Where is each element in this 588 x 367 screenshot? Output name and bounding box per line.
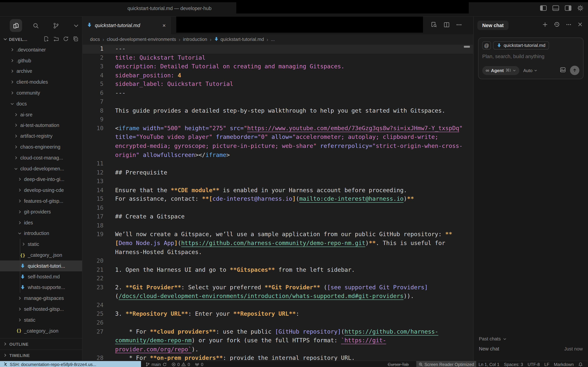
eol-indicator[interactable]: LF: [542, 361, 552, 367]
line-number: 2: [83, 53, 104, 62]
refresh-icon[interactable]: [63, 36, 69, 43]
code-line: 19We’ll now create a Gitspace, we’ll use…: [83, 230, 473, 257]
chat-input-placeholder[interactable]: Plan, search, build anything: [482, 54, 580, 59]
tree-item[interactable]: ai-test-automation: [0, 120, 82, 131]
tree-item[interactable]: artifact-registry: [0, 131, 82, 142]
collapse-all-icon[interactable]: [73, 36, 78, 43]
screen-reader-indicator[interactable]: Screen Reader Optimized: [416, 361, 476, 367]
outline-section[interactable]: OUTLINE: [0, 338, 82, 350]
status-bar: SSH: documentation-repo-e5ifp9-8rzze4.us…: [0, 361, 588, 367]
close-panel-icon[interactable]: [577, 22, 583, 29]
add-context-button[interactable]: @: [482, 41, 491, 50]
new-chat-plus-icon[interactable]: [542, 22, 548, 29]
tree-item-label: docs: [16, 101, 27, 107]
problems-indicator[interactable]: 0 0: [169, 361, 192, 367]
chat-title[interactable]: New chat: [477, 20, 508, 30]
code-line-text: description: Detailed Tutorial on creati…: [115, 62, 464, 71]
error-icon: [171, 362, 176, 367]
tree-item[interactable]: whats-supporte...: [0, 282, 82, 293]
split-editor-icon[interactable]: [444, 22, 450, 29]
agent-mode-selector[interactable]: ∞ Agent ⌘I: [482, 66, 520, 75]
tree-item[interactable]: ai-sre: [0, 109, 82, 120]
line-number: 11: [83, 159, 104, 168]
tree-item[interactable]: cloud-cost-manag...: [0, 152, 82, 163]
cursor-tab-indicator[interactable]: Cursor Tab: [386, 361, 411, 367]
chevron-down-icon[interactable]: [3, 36, 8, 43]
model-selector[interactable]: Auto: [523, 68, 537, 73]
breadcrumb-item[interactable]: quickstart-tutorial.md: [214, 37, 264, 42]
notifications-bell-icon[interactable]: [576, 361, 585, 367]
toggle-right-panel-icon[interactable]: [565, 5, 572, 11]
code-line: 8This guide provides a detailed step-by-…: [83, 107, 473, 115]
timeline-section[interactable]: TIMELINE: [0, 350, 82, 361]
tree-item[interactable]: self-hosted-gitsp...: [0, 304, 82, 314]
ports-indicator[interactable]: 0: [192, 361, 205, 367]
tree-item[interactable]: .devcontainer: [0, 44, 82, 55]
chat-input-box[interactable]: @ quickstart-tutorial.md Plan, search, b…: [478, 37, 584, 79]
line-number: 25: [83, 310, 104, 319]
breadcrumb-item[interactable]: introduction: [183, 37, 207, 42]
tree-item[interactable]: features-of-gitsp...: [0, 196, 82, 206]
tree-item[interactable]: community: [0, 88, 82, 98]
git-branch-indicator[interactable]: main: [143, 361, 169, 367]
remote-indicator[interactable]: SSH: documentation-repo-e5ifp9-8rzze4.us…: [0, 361, 141, 367]
send-button[interactable]: [570, 66, 579, 75]
indentation-indicator[interactable]: Spaces: 3: [502, 361, 525, 367]
tree-item-label: whats-supporte...: [28, 285, 65, 290]
tree-item[interactable]: deep-dive-into-gi...: [0, 174, 82, 185]
more-views-chevron-icon[interactable]: [70, 19, 82, 32]
tree-item[interactable]: static: [0, 315, 82, 325]
tree-item[interactable]: .github: [0, 55, 82, 66]
chat-more-icon[interactable]: [566, 22, 572, 29]
code-line-text: [115, 159, 464, 168]
tab-quickstart-tutorial[interactable]: quickstart-tutorial.md ×: [83, 17, 171, 34]
code-line: 16: [83, 204, 473, 213]
code-editor[interactable]: 1---2title: Quickstart Tutorial3descript…: [83, 45, 473, 361]
open-preview-icon[interactable]: [431, 21, 437, 29]
tree-item[interactable]: ides: [0, 217, 82, 228]
tree-item[interactable]: {}_category_.json: [0, 250, 82, 260]
tree-item[interactable]: cloud-developmen...: [0, 163, 82, 174]
attach-image-icon[interactable]: [560, 67, 566, 74]
toggle-left-sidebar-icon[interactable]: [540, 5, 547, 11]
tree-item[interactable]: git-providers: [0, 206, 82, 217]
tree-item[interactable]: introduction: [0, 228, 82, 239]
past-chat-item[interactable]: New chat Just now: [479, 346, 583, 352]
breadcrumb-item[interactable]: ...: [271, 37, 275, 42]
new-folder-icon[interactable]: [53, 36, 59, 43]
code-line: 9: [83, 115, 473, 124]
chevron-down-icon: [18, 231, 22, 235]
tree-item[interactable]: develop-using-cde: [0, 185, 82, 196]
tree-item[interactable]: chaos-engineering: [0, 142, 82, 152]
language-mode-indicator[interactable]: Markdown: [552, 361, 576, 367]
past-chats-toggle[interactable]: Past chats: [479, 336, 583, 342]
sidebar: DEVEL... .devcontainer.githubarchiveclie…: [0, 17, 83, 361]
explorer-icon[interactable]: [10, 19, 22, 32]
breadcrumb-item[interactable]: docs: [90, 37, 100, 42]
new-file-icon[interactable]: [44, 36, 49, 43]
explorer-section-title[interactable]: DEVEL...: [9, 37, 27, 42]
markdown-file-icon: [497, 43, 501, 48]
tree-item[interactable]: client-modules: [0, 77, 82, 87]
tree-item[interactable]: docs: [0, 98, 82, 109]
tree-item[interactable]: manage-gitspaces: [0, 293, 82, 304]
chat-history-icon[interactable]: [554, 21, 560, 29]
more-actions-icon[interactable]: [456, 22, 462, 29]
tree-item[interactable]: static: [0, 239, 82, 250]
tree-item[interactable]: archive: [0, 66, 82, 77]
context-file-chip[interactable]: quickstart-tutorial.md: [493, 41, 549, 50]
breadcrumb-item[interactable]: cloud-development-environments: [107, 37, 176, 42]
line-number: 7: [83, 98, 104, 107]
close-tab-icon[interactable]: ×: [162, 23, 166, 28]
search-icon[interactable]: [30, 19, 42, 32]
source-control-icon[interactable]: [50, 19, 62, 32]
settings-gear-icon[interactable]: [577, 5, 583, 11]
tree-item[interactable]: quickstart-tutori...: [0, 260, 82, 271]
chevron-right-icon: [18, 199, 22, 203]
cursor-position-indicator[interactable]: Ln 1, Col 1: [476, 361, 502, 367]
encoding-indicator[interactable]: UTF-8: [525, 361, 542, 367]
tree-item[interactable]: {}_category_.json: [0, 325, 82, 336]
tree-item[interactable]: self-hosted.md: [0, 271, 82, 282]
toggle-bottom-panel-icon[interactable]: [552, 5, 559, 11]
code-line: 253. **Repository URL**: Enter your **Re…: [83, 310, 473, 319]
